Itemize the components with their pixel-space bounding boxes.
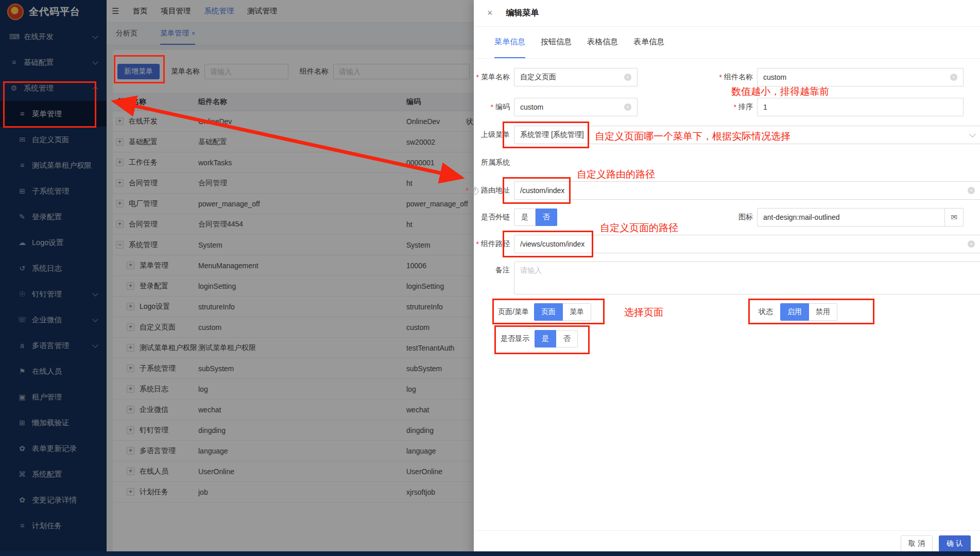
required-mark: * [466, 186, 469, 195]
required-mark: * [491, 103, 493, 111]
status-field: 状态 启用 禁用 [759, 303, 837, 321]
form-row-parent: 上级菜单 系统管理 [系统管理] [474, 126, 972, 144]
drawer-tabs: 菜单信息 按钮信息 表格信息 表单信息 [474, 27, 980, 59]
menu-button[interactable]: 菜单 [563, 303, 591, 321]
icon-field-label: 图标 [738, 213, 753, 222]
sort-value: 1 [763, 103, 957, 111]
status-toggle: 启用 禁用 [780, 303, 837, 321]
bottom-bar [0, 551, 980, 556]
icon-value: ant-design:mail-outlined [763, 213, 939, 221]
drawer-title: 编辑菜单 [506, 8, 539, 19]
app-screen: 全代码平台 ⌨ 在线开发 ≡ 基础配置 ⚙ 系统管理 ≡ 菜单管理 ✉ 自定义页… [0, 0, 980, 556]
edit-menu-drawer: × 编辑菜单 菜单信息 按钮信息 表格信息 表单信息 *菜单名称 自定义页面 ×… [474, 0, 980, 556]
code-input[interactable]: custom × [514, 98, 638, 116]
clear-icon[interactable]: × [968, 240, 975, 248]
tab-table-info[interactable]: 表格信息 [587, 27, 618, 58]
mail-icon-picker-button[interactable]: ✉ [945, 208, 964, 227]
close-drawer-icon[interactable]: × [487, 8, 493, 19]
tab-menu-info[interactable]: 菜单信息 [494, 27, 525, 58]
sort-input[interactable]: 1 [757, 98, 964, 116]
visible-toggle: 是 否 [535, 330, 578, 348]
chevron-down-icon [969, 131, 976, 137]
clear-icon[interactable]: × [624, 103, 631, 111]
help-icon: ? [471, 187, 478, 195]
parent-menu-value: 系统管理 [系统管理] [520, 130, 970, 140]
confirm-button[interactable]: 确 认 [939, 535, 971, 552]
required-mark: * [476, 240, 479, 248]
cancel-button[interactable]: 取 消 [901, 535, 933, 552]
form-row-code: *编码 custom × *排序 1 [474, 98, 972, 116]
remark-label: 备注 [495, 266, 510, 275]
required-mark: * [734, 103, 736, 111]
form-row-remark: 备注 请输入 [474, 262, 972, 294]
external-no-button[interactable]: 否 [536, 208, 557, 226]
external-link-toggle: 是 否 [514, 208, 557, 226]
sort-label: 排序 [738, 102, 753, 112]
external-yes-button[interactable]: 是 [514, 208, 536, 226]
status-label: 状态 [759, 307, 773, 317]
required-mark: * [476, 73, 479, 81]
comp-path-label: 组件路径 [481, 239, 510, 249]
visible-no-button[interactable]: 否 [556, 330, 578, 348]
code-value: custom [520, 103, 620, 111]
system-label: 所属系统 [481, 158, 510, 167]
tab-button-info[interactable]: 按钮信息 [541, 27, 572, 58]
clear-icon[interactable]: × [624, 74, 631, 81]
form-row-system: 所属系统 [474, 153, 972, 172]
required-mark: * [719, 73, 722, 81]
external-link-label: 是否外链 [481, 213, 510, 222]
clear-icon[interactable]: × [968, 187, 975, 194]
form-row-name: *菜单名称 自定义页面 × *组件名称 custom × [474, 68, 972, 86]
form-row-page-menu: 页面/菜单 页面 菜单 状态 启用 禁用 [474, 303, 972, 321]
parent-menu-select[interactable]: 系统管理 [系统管理] [514, 126, 980, 144]
tab-form-info[interactable]: 表单信息 [633, 27, 664, 58]
icon-input[interactable]: ant-design:mail-outlined [757, 208, 945, 227]
route-input[interactable]: /custom/index × [514, 181, 980, 200]
menu-name-label: 菜单名称 [481, 73, 510, 82]
route-label: 路由地址 [481, 186, 510, 195]
parent-menu-label: 上级菜单 [481, 130, 510, 140]
drawer-header: × 编辑菜单 [474, 0, 980, 27]
comp-name-value: custom [763, 73, 946, 81]
page-menu-label: 页面/菜单 [498, 307, 529, 317]
page-button[interactable]: 页面 [534, 303, 563, 321]
menu-name-value: 自定义页面 [520, 73, 620, 82]
enable-button[interactable]: 启用 [780, 303, 809, 321]
comp-name-label: 组件名称 [724, 73, 753, 82]
route-value: /custom/index [520, 186, 964, 195]
comp-path-value: /views/custom/index [520, 240, 964, 248]
clear-icon[interactable]: × [950, 74, 957, 81]
form-row-route: *?路由地址 /custom/index × [474, 181, 972, 200]
visible-yes-button[interactable]: 是 [535, 330, 556, 348]
comp-name-input[interactable]: custom × [757, 68, 964, 86]
mail-icon: ✉ [951, 213, 957, 222]
remark-placeholder: 请输入 [520, 266, 542, 274]
menu-name-input[interactable]: 自定义页面 × [514, 68, 638, 86]
disable-button[interactable]: 禁用 [809, 303, 837, 321]
form-row-external: 是否外链 是 否 图标 ant-design:mail-outlined ✉ [474, 208, 972, 227]
visible-label: 是否显示 [501, 334, 529, 343]
page-menu-toggle: 页面 菜单 [534, 303, 591, 321]
remark-textarea[interactable]: 请输入 [514, 262, 980, 294]
form-row-visible: 是否显示 是 否 [474, 329, 972, 348]
code-label: 编码 [495, 102, 510, 112]
annotation-sort-note: 数值越小，排得越靠前 [731, 85, 829, 98]
comp-path-input[interactable]: /views/custom/index × [514, 235, 980, 253]
form-row-comp-path: *组件路径 /views/custom/index × [474, 235, 972, 253]
